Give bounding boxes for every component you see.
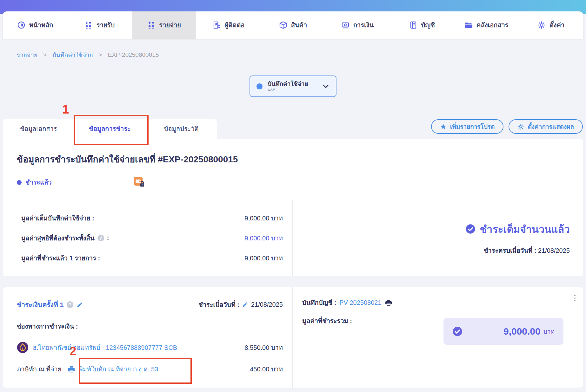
nav-item-label: ผู้ติดต่อ — [225, 20, 245, 30]
check-circle-icon — [452, 326, 463, 336]
nav-item-contacts[interactable]: ผู้ติดต่อ — [196, 11, 261, 39]
tab-payment-info[interactable]: ข้อมูลการชำระ — [74, 119, 146, 139]
status-dot-icon — [256, 83, 263, 89]
journal-doc-link[interactable]: PV-202508021 — [339, 299, 381, 306]
summary-row-label: มูลค่าเต็มบันทึกค่าใช้จ่าย : — [21, 213, 94, 223]
nav-item-home[interactable]: หน้าหลัก — [3, 11, 67, 39]
income-arrow-coins-icon — [84, 21, 93, 29]
folder-icon — [464, 21, 473, 29]
edit-pencil-icon[interactable] — [77, 302, 83, 308]
detail-tabbar: ข้อมูลเอกสาร ข้อมูลการชำระ ข้อมูลประวัติ — [3, 119, 217, 139]
withholding-tax-label: ภาษีหัก ณ ที่จ่าย — [17, 364, 61, 374]
paid-on-label: ชำระเมื่อวันที่ : — [198, 300, 239, 310]
payment-locked-icon — [133, 176, 146, 189]
payment-round-panel: ชำระเงินครั้งที่ 1 ? ชำระเมื่อวันที่ : 2… — [3, 287, 293, 388]
breadcrumb-current-doc: EXP-20250800015 — [108, 51, 159, 58]
display-settings-label: ตั้งค่าการแสดงผล — [528, 122, 574, 131]
paid-complete-date-label: ชำระครบเมื่อวันที่ : — [484, 247, 536, 254]
cube-icon — [279, 21, 287, 29]
bank-amount: 8,550.00 บาท — [244, 343, 283, 353]
page: หน้าหลัก รายรับ รายจ่าย ผู้ติดต่อ สินค้า — [0, 0, 586, 392]
paid-on-date: 21/08/2025 — [251, 301, 283, 308]
nav-item-label: หน้าหลัก — [29, 20, 53, 30]
summary-amounts-panel: มูลค่าเต็มบันทึกค่าใช้จ่าย : 9,000.00 บา… — [3, 200, 293, 276]
nav-item-income[interactable]: รายรับ — [67, 11, 132, 39]
main-nav: หน้าหลัก รายรับ รายจ่าย ผู้ติดต่อ สินค้า — [3, 11, 583, 39]
dropdown-doc-code: EXP — [268, 88, 308, 92]
payment-complete-panel: ชำระเต็มจำนวนแล้ว ชำระครบเมื่อวันที่ : 2… — [293, 200, 583, 276]
tab-history-info[interactable]: ข้อมูลประวัติ — [145, 119, 217, 139]
chevron-down-icon — [322, 82, 330, 90]
payment-channel-label: ช่องทางการชำระเงิน : — [17, 321, 283, 331]
nav-item-expenses[interactable]: รายจ่าย — [132, 11, 196, 39]
breadcrumb: รายจ่าย > บันทึกค่าใช้จ่าย > EXP-2025080… — [17, 50, 159, 60]
summary-row: มูลค่าสุทธิที่ต้องชำระทั้งสิ้น ? : 9,000… — [21, 233, 283, 243]
journal-panel: บันทึกบัญชี : PV-202508021 มูลค่าที่ชำระ… — [293, 287, 583, 388]
summary-row-label: มูลค่าที่ชำระแล้ว 1 รายการ : — [21, 253, 100, 263]
printer-icon[interactable] — [68, 365, 75, 373]
building-person-icon — [213, 21, 221, 29]
payment-summary-card: ข้อมูลการชำระบันทึกค่าใช้จ่ายเลขที่ #EXP… — [3, 139, 583, 276]
document-type-dropdown[interactable]: บันทึกค่าใช้จ่าย EXP — [250, 75, 336, 97]
page-title: ข้อมูลการชำระบันทึกค่าใช้จ่ายเลขที่ #EXP… — [17, 152, 569, 166]
kebab-menu-icon[interactable] — [573, 292, 577, 304]
annotation-step-number-2: 2 — [70, 346, 76, 357]
dashboard-icon — [17, 21, 25, 29]
nav-item-accounting[interactable]: บัญชี — [390, 11, 454, 39]
gear-icon — [537, 21, 546, 29]
nav-item-finance[interactable]: การเงิน — [325, 11, 390, 39]
payment-round-title: ชำระเงินครั้งที่ 1 — [17, 299, 63, 310]
edit-pencil-icon[interactable] — [242, 302, 248, 308]
add-favorite-button[interactable]: เพิ่มรายการโปรด — [431, 119, 504, 134]
nav-item-label: คลังเอกสาร — [476, 20, 509, 30]
paid-complete-date: 21/08/2025 — [538, 247, 570, 254]
total-paid-unit: บาท — [543, 327, 555, 336]
withholding-tax-row: ภาษีหัก ณ ที่จ่าย พิมพ์ใบหัก ณ ที่จ่าย ภ… — [17, 364, 283, 374]
nav-item-label: รายรับ — [97, 20, 115, 30]
print-wht-certificate-link[interactable]: พิมพ์ใบหัก ณ ที่จ่าย ภ.ง.ด. 53 — [78, 364, 158, 374]
nav-item-settings[interactable]: ตั้งค่า — [519, 11, 583, 39]
paid-status-badge: ชำระแล้ว — [25, 177, 52, 187]
summary-row-colon: : — [107, 234, 109, 242]
nav-item-label: การเงิน — [353, 20, 374, 30]
nav-item-label: บัญชี — [421, 20, 435, 30]
nav-item-label: สินค้า — [291, 20, 307, 30]
summary-row-value: 9,000.00 บาท — [244, 253, 283, 263]
withholding-tax-amount: 450.00 บาท — [250, 364, 283, 374]
question-circle-icon[interactable]: ? — [97, 235, 104, 241]
breadcrumb-link-expense-record[interactable]: บันทึกค่าใช้จ่าย — [52, 50, 93, 60]
fully-paid-status: ชำระเต็มจำนวนแล้ว — [480, 221, 570, 237]
add-favorite-label: เพิ่มรายการโปรด — [450, 122, 495, 131]
breadcrumb-separator: > — [43, 51, 47, 58]
breadcrumb-link-expenses[interactable]: รายจ่าย — [17, 50, 37, 60]
nav-item-documents[interactable]: คลังเอกสาร — [454, 11, 519, 39]
summary-row: มูลค่าที่ชำระแล้ว 1 รายการ : 9,000.00 บา… — [21, 253, 283, 263]
summary-row-label: มูลค่าสุทธิที่ต้องชำระทั้งสิ้น — [21, 233, 95, 243]
paid-status-dot-icon — [17, 180, 22, 185]
scb-bank-logo — [17, 342, 29, 353]
bank-account-link[interactable]: ธ.ไทยพาณิชย์ ออมทรัพย์ - 123456788890777… — [33, 343, 177, 353]
total-paid-badge: 9,000.00 บาท — [443, 318, 563, 345]
printer-icon[interactable] — [385, 299, 392, 306]
breadcrumb-separator: > — [99, 51, 102, 58]
expense-arrow-coins-icon — [147, 21, 156, 29]
star-icon — [440, 123, 447, 130]
annotation-step-number-1: 1 — [62, 103, 69, 115]
ledger-book-icon — [409, 21, 417, 29]
nav-item-label: ตั้งค่า — [549, 20, 564, 30]
banknote-icon — [341, 21, 350, 29]
payment-round-card: ชำระเงินครั้งที่ 1 ? ชำระเมื่อวันที่ : 2… — [3, 287, 583, 388]
display-settings-button[interactable]: ตั้งค่าการแสดงผล — [509, 119, 583, 134]
journal-label: บันทึกบัญชี : — [302, 297, 336, 308]
gear-icon — [517, 123, 524, 130]
nav-item-products[interactable]: สินค้า — [261, 11, 325, 39]
dropdown-selected-label: บันทึกค่าใช้จ่าย — [268, 81, 308, 88]
question-circle-icon[interactable]: ? — [67, 301, 73, 308]
total-paid-amount: 9,000.00 — [503, 326, 541, 337]
tab-document-info[interactable]: ข้อมูลเอกสาร — [3, 119, 74, 139]
bank-payment-row: ธ.ไทยพาณิชย์ ออมทรัพย์ - 123456788890777… — [17, 342, 283, 353]
page-actions: เพิ่มรายการโปรด ตั้งค่าการแสดงผล — [431, 119, 583, 134]
check-circle-icon — [465, 224, 476, 234]
summary-row-value: 9,000.00 บาท — [244, 213, 283, 223]
summary-row: มูลค่าเต็มบันทึกค่าใช้จ่าย : 9,000.00 บา… — [21, 213, 283, 223]
